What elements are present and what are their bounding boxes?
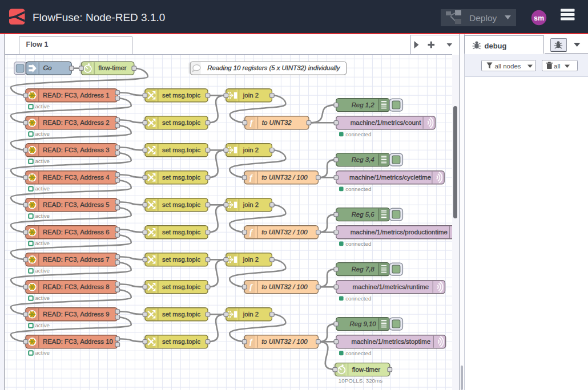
svg-text:Reg 1,2: Reg 1,2: [352, 101, 375, 108]
svg-text:active: active: [35, 213, 50, 220]
svg-text:set msg.topic: set msg.topic: [162, 147, 200, 153]
svg-text:READ: FC3, Address 2: READ: FC3, Address 2: [43, 119, 109, 126]
svg-text:READ: FC3, Address 6: READ: FC3, Address 6: [43, 229, 109, 235]
svg-text:set msg.topic: set msg.topic: [162, 92, 200, 99]
svg-text:READ: FC3, Address 8: READ: FC3, Address 8: [43, 283, 109, 290]
svg-text:READ: FC3, Address 4: READ: FC3, Address 4: [43, 174, 109, 181]
svg-text:join 2: join 2: [243, 256, 259, 263]
svg-text:to UINT32 / 100: to UINT32 / 100: [261, 338, 308, 345]
svg-text:Reg 9,10: Reg 9,10: [350, 320, 377, 327]
svg-text:join 2: join 2: [243, 201, 259, 208]
svg-text:join 2: join 2: [243, 147, 259, 153]
svg-text:to UINT32 / 100: to UINT32 / 100: [261, 174, 308, 181]
svg-text:machine/1/metrics/cycletime: machine/1/metrics/cycletime: [349, 174, 431, 181]
svg-text:connected: connected: [345, 241, 371, 247]
svg-text:set msg.topic: set msg.topic: [162, 119, 200, 126]
svg-text:FlowFuse: Node-RED 3.1.0: FlowFuse: Node-RED 3.1.0: [33, 11, 165, 23]
svg-text:set msg.topic: set msg.topic: [162, 338, 200, 345]
svg-text:set msg.topic: set msg.topic: [162, 256, 200, 263]
svg-text:connected: connected: [345, 295, 371, 302]
svg-text:active: active: [35, 241, 50, 247]
svg-text:10POLLS: 320ms: 10POLLS: 320ms: [339, 377, 382, 384]
svg-text:join 2: join 2: [243, 92, 259, 99]
svg-text:active: active: [35, 295, 50, 302]
svg-text:machine/1/metrics/runtime: machine/1/metrics/runtime: [353, 283, 429, 290]
svg-text:active: active: [35, 159, 50, 165]
svg-text:READ: FC3, Address 7: READ: FC3, Address 7: [43, 256, 109, 263]
svg-text:connected: connected: [345, 350, 371, 356]
svg-text:Reg 5,6: Reg 5,6: [352, 211, 375, 218]
svg-text:to UINT32 / 100: to UINT32 / 100: [261, 283, 308, 290]
svg-text:set msg.topic: set msg.topic: [162, 229, 200, 235]
svg-text:READ: FC3, Address 3: READ: FC3, Address 3: [43, 147, 109, 153]
svg-text:flow-timer: flow-timer: [352, 366, 381, 373]
svg-text:set msg.topic: set msg.topic: [162, 201, 200, 208]
svg-text:to UINT32: to UINT32: [262, 119, 292, 126]
svg-text:READ: FC3, Address 10: READ: FC3, Address 10: [43, 338, 113, 345]
svg-text:to UINT32 / 100: to UINT32 / 100: [261, 229, 308, 235]
svg-text:Deploy: Deploy: [469, 13, 497, 23]
svg-text:flow-timer: flow-timer: [98, 65, 127, 72]
svg-text:Go: Go: [43, 65, 52, 72]
svg-text:active: active: [35, 268, 50, 274]
svg-text:machine/1/metrics/count: machine/1/metrics/count: [351, 119, 421, 126]
svg-text:active: active: [35, 186, 50, 192]
svg-text:READ: FC3, Address 5: READ: FC3, Address 5: [43, 201, 109, 208]
svg-text:READ: FC3, Address 9: READ: FC3, Address 9: [43, 311, 109, 318]
svg-text:Reading 10 registers (5 x UINT: Reading 10 registers (5 x UINT32) indivi…: [207, 65, 341, 72]
svg-text:active: active: [35, 323, 50, 329]
svg-text:active: active: [35, 350, 50, 356]
svg-text:machine/1/metrics/productionti: machine/1/metrics/productiontime: [351, 229, 448, 235]
svg-text:Reg 7,8: Reg 7,8: [352, 266, 375, 273]
svg-text:machine/1/metrics/stoptime: machine/1/metrics/stoptime: [352, 338, 431, 345]
svg-text:Reg 3,4: Reg 3,4: [352, 156, 374, 163]
svg-text:connected: connected: [345, 131, 371, 137]
svg-text:connected: connected: [345, 186, 371, 192]
svg-text:all nodes: all nodes: [494, 63, 521, 70]
svg-text:READ: FC3, Address 1: READ: FC3, Address 1: [43, 92, 109, 99]
svg-text:set msg.topic: set msg.topic: [162, 283, 200, 290]
svg-text:sm: sm: [534, 14, 544, 22]
svg-text:set msg.topic: set msg.topic: [162, 311, 200, 318]
svg-text:active: active: [35, 104, 50, 110]
svg-text:join 2: join 2: [243, 311, 259, 318]
svg-text:active: active: [35, 131, 50, 137]
svg-text:set msg.topic: set msg.topic: [162, 174, 200, 181]
svg-text:debug: debug: [485, 42, 507, 50]
svg-text:all: all: [554, 63, 561, 70]
